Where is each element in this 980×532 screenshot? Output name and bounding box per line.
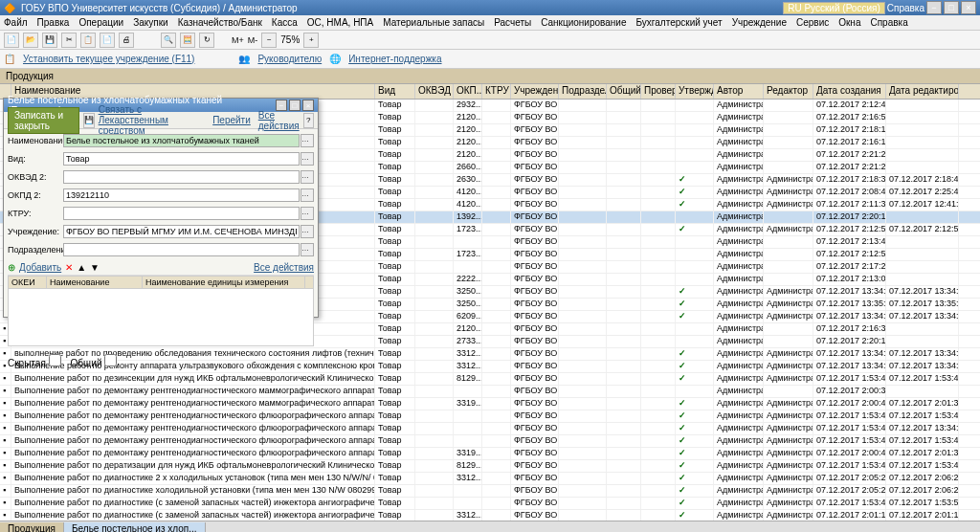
input-vid[interactable]: [63, 152, 300, 166]
col-header[interactable]: Автор: [714, 84, 764, 99]
sub-grid-body[interactable]: [8, 289, 314, 346]
modal-close-button[interactable]: ×: [302, 100, 314, 111]
set-org-link[interactable]: Установить текущее учреждение (F11): [23, 54, 194, 64]
menu-14[interactable]: Справка: [870, 17, 907, 28]
col-header[interactable]: Дата редактирования: [886, 84, 959, 99]
zoom-in-icon[interactable]: +: [303, 33, 319, 48]
table-row[interactable]: ▪Выполнение работ по диагностике холодил…: [0, 485, 980, 498]
select-uchr-button[interactable]: …: [301, 225, 314, 238]
paste-icon[interactable]: 📄: [100, 33, 115, 48]
col-header[interactable]: Учреждение: [511, 84, 559, 99]
col-header[interactable]: ОКП...: [454, 84, 482, 99]
m-minus[interactable]: M-: [248, 35, 258, 45]
menu-0[interactable]: Файл: [4, 17, 28, 28]
set-org-icon[interactable]: 📋: [4, 54, 15, 64]
save-icon[interactable]: 💾: [83, 113, 95, 128]
input-okved[interactable]: [63, 170, 300, 184]
help-icon[interactable]: ?: [303, 113, 314, 128]
col-header[interactable]: КТРУ: [482, 84, 511, 99]
menu-7[interactable]: Материальные запасы: [383, 17, 484, 28]
select-podr-button[interactable]: …: [301, 243, 314, 256]
menu-4[interactable]: Казначейство/Банк: [178, 17, 262, 28]
table-row[interactable]: ▪Выполнение работ по дератизации для нуж…: [0, 460, 980, 473]
new-icon[interactable]: 📄: [4, 33, 19, 48]
common-checkbox-label[interactable]: Общий: [71, 354, 118, 368]
save-close-button[interactable]: Записать и закрыть: [8, 107, 79, 134]
zoom-out-icon[interactable]: −: [261, 33, 277, 48]
goto-link[interactable]: Перейти: [212, 115, 251, 125]
bottom-tab-0[interactable]: Продукция: [0, 522, 64, 532]
table-row[interactable]: ▪Выполнение работ по демонтажу рентгенод…: [0, 435, 980, 448]
sub-col-header[interactable]: ОКЕИ: [9, 277, 47, 288]
col-header[interactable]: Проверен: [641, 84, 676, 99]
col-header[interactable]: ОКВЭД 2: [415, 84, 454, 99]
maximize-button[interactable]: □: [944, 1, 959, 14]
input-name[interactable]: [63, 134, 300, 147]
down-icon[interactable]: ▼: [90, 262, 100, 273]
table-row[interactable]: ▪Выполнение работ по диагностике (с заме…: [0, 498, 980, 510]
bottom-tab-1[interactable]: Белье постельное из хлоп...: [64, 522, 206, 532]
col-header[interactable]: Подразделение: [559, 84, 607, 99]
select-okved-button[interactable]: …: [301, 170, 314, 184]
sub-col-header[interactable]: Наименование единицы измерения: [143, 277, 305, 288]
all-actions-link[interactable]: Все действия: [258, 110, 300, 131]
copy-icon[interactable]: 📋: [80, 33, 96, 48]
input-ktru[interactable]: [63, 207, 300, 220]
table-row[interactable]: ▪Выполнение работ по диагностике 2 х хол…: [0, 473, 980, 485]
menu-12[interactable]: Сервис: [796, 17, 829, 28]
menu-2[interactable]: Операции: [78, 17, 123, 28]
print-icon[interactable]: 🖨: [119, 33, 134, 48]
refresh-icon[interactable]: ↻: [199, 33, 214, 48]
menu-9[interactable]: Санкционирование: [541, 17, 626, 28]
up-icon[interactable]: ▲: [77, 262, 86, 273]
hidden-checkbox-label[interactable]: Скрытая: [8, 354, 61, 368]
find-icon[interactable]: 🔍: [161, 33, 176, 48]
menu-1[interactable]: Правка: [37, 17, 70, 28]
col-header[interactable]: Утвержден: [676, 84, 714, 99]
table-row[interactable]: ▪Выполнение работ по диагностике (с заме…: [0, 510, 980, 521]
menu-10[interactable]: Бухгалтерский учет: [636, 17, 723, 28]
close-button[interactable]: ×: [961, 1, 976, 14]
link-drug[interactable]: Связать с Лекарственным средством: [99, 104, 210, 136]
sub-allact-link[interactable]: Все действия: [254, 262, 314, 273]
col-header[interactable]: Дата создания: [813, 84, 886, 99]
select-vid-button[interactable]: …: [301, 152, 314, 166]
table-row[interactable]: ▪Выполнение работ по дезинсекции для нуж…: [0, 373, 980, 386]
cut-icon[interactable]: ✂: [61, 33, 77, 48]
col-header[interactable]: Общий: [607, 84, 641, 99]
open-icon[interactable]: 📂: [23, 33, 38, 48]
menu-5[interactable]: Касса: [272, 17, 298, 28]
select-name-button[interactable]: …: [301, 134, 314, 147]
minimize-button[interactable]: −: [926, 1, 942, 14]
input-uchr[interactable]: [63, 225, 300, 238]
table-row[interactable]: ▪Выполнение работ по демонтажу рентгенод…: [0, 398, 980, 410]
menu-13[interactable]: Окна: [838, 17, 860, 28]
table-row[interactable]: ▪Выполнение работ по демонтажу рентгенод…: [0, 448, 980, 460]
select-okpd-button[interactable]: …: [301, 188, 314, 202]
input-okpd[interactable]: [63, 188, 300, 202]
input-podr[interactable]: [63, 243, 300, 256]
menu-8[interactable]: Расчеты: [494, 17, 531, 28]
menu-11[interactable]: Учреждение: [732, 17, 787, 28]
calc-icon[interactable]: 🧮: [180, 33, 195, 48]
table-row[interactable]: ▪Выполнение работ по демонтажу рентгенод…: [0, 386, 980, 398]
save-icon[interactable]: 💾: [42, 33, 57, 48]
manager-icon[interactable]: 👥: [238, 54, 250, 64]
m-plus[interactable]: M+: [232, 35, 244, 45]
manager-link[interactable]: Руководителю: [257, 54, 322, 64]
table-row[interactable]: ▪Выполнение работ по демонтажу рентгенод…: [0, 410, 980, 423]
add-link[interactable]: Добавить: [19, 262, 61, 273]
lang-badge[interactable]: RU Русский (Россия): [783, 2, 885, 14]
col-header[interactable]: Вид: [375, 84, 415, 99]
table-row[interactable]: ▪Выполнение работ по демонтажу рентгенод…: [0, 423, 980, 435]
menu-3[interactable]: Закупки: [133, 17, 167, 28]
add-icon[interactable]: ⊕: [8, 262, 15, 273]
col-header[interactable]: Редактор: [764, 84, 813, 99]
internet-icon[interactable]: 🌐: [329, 54, 341, 64]
help-link[interactable]: Справка: [887, 3, 924, 13]
sub-col-header[interactable]: Наименование: [47, 277, 143, 288]
menu-6[interactable]: ОС, НМА, НПА: [307, 17, 373, 28]
internet-link[interactable]: Интернет-поддержка: [348, 54, 441, 64]
delete-icon[interactable]: ✕: [65, 262, 73, 273]
select-ktru-button[interactable]: …: [301, 207, 314, 220]
